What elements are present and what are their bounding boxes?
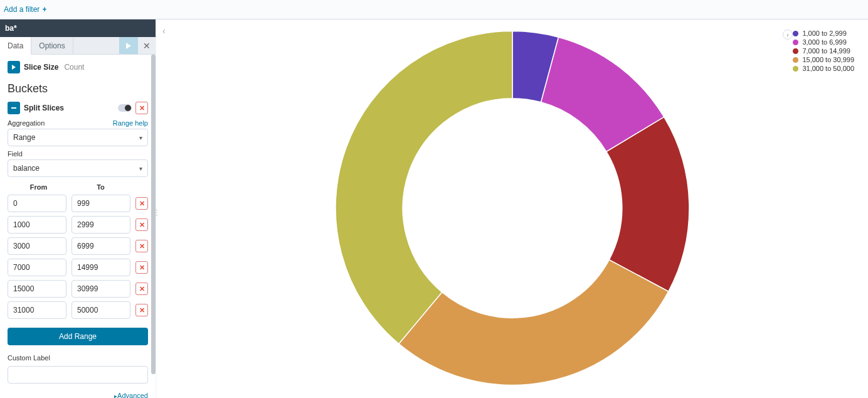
range-row: ✕: [8, 301, 148, 319]
split-collapse-button[interactable]: [8, 102, 20, 114]
ranges-header: From To: [8, 183, 148, 191]
range-row: ✕: [8, 237, 148, 255]
metric-row: Slice Size Count: [8, 61, 148, 73]
legend-item[interactable]: 15,000 to 30,999: [793, 56, 854, 63]
from-col-header: From: [8, 183, 70, 191]
close-icon: ✕: [143, 41, 151, 51]
range-from-input[interactable]: [8, 280, 66, 298]
chevron-left-icon: ‹: [162, 26, 166, 36]
range-remove-button[interactable]: ✕: [135, 282, 148, 295]
index-pattern-header[interactable]: ba*: [0, 19, 156, 37]
range-from-input[interactable]: [8, 301, 66, 319]
tab-options[interactable]: Options: [31, 37, 73, 54]
legend: 1,000 to 2,9993,000 to 6,9997,000 to 14,…: [793, 30, 854, 73]
metric-expand-button[interactable]: [8, 61, 20, 73]
legend-item[interactable]: 7,000 to 14,999: [793, 47, 854, 55]
range-to-input[interactable]: [71, 280, 130, 298]
buckets-heading: Buckets: [8, 82, 148, 95]
legend-label: 3,000 to 6,999: [802, 38, 846, 46]
close-icon: ✕: [139, 221, 145, 229]
range-remove-button[interactable]: ✕: [135, 240, 148, 252]
legend-item[interactable]: 3,000 to 6,999: [793, 38, 854, 46]
field-value: balance: [13, 164, 40, 173]
range-to-input[interactable]: [71, 301, 130, 319]
plus-icon: +: [42, 5, 46, 14]
config-sidebar: ba* Data Options ✕ Slice Size Count: [0, 19, 156, 398]
split-label: Split Slices: [24, 104, 114, 112]
split-slices-header: Split Slices ✕: [8, 102, 148, 114]
resize-handle[interactable]: ······: [156, 209, 157, 217]
chevron-right-icon: [11, 65, 16, 70]
minus-icon: [11, 107, 16, 109]
range-row: ✕: [8, 216, 148, 234]
scrollbar[interactable]: [151, 55, 156, 398]
split-remove-button[interactable]: ✕: [135, 102, 148, 114]
legend-label: 7,000 to 14,999: [802, 47, 850, 55]
range-remove-button[interactable]: ✕: [135, 261, 148, 274]
range-row: ✕: [8, 195, 148, 212]
field-select[interactable]: balance ▾: [8, 159, 148, 177]
index-pattern-label: ba*: [5, 24, 17, 33]
range-row: ✕: [8, 259, 148, 276]
chevron-right-icon: ›: [786, 31, 788, 38]
range-help-link[interactable]: Range help: [113, 119, 148, 127]
range-from-input[interactable]: [8, 216, 66, 234]
range-to-input[interactable]: [71, 195, 130, 212]
legend-dot: [793, 40, 798, 45]
close-icon: ✕: [139, 285, 145, 293]
range-to-input[interactable]: [71, 216, 130, 234]
metric-sub: Count: [64, 63, 84, 72]
advanced-row: Advanced: [8, 391, 148, 398]
collapse-sidebar-button[interactable]: ‹: [162, 26, 166, 36]
custom-label-row: Custom Label: [8, 354, 148, 362]
range-to-input[interactable]: [71, 237, 130, 255]
donut-slice[interactable]: [336, 31, 512, 343]
donut-slice[interactable]: [398, 259, 668, 385]
aggregation-select[interactable]: Range ▾: [8, 129, 148, 146]
tabs-row: Data Options ✕: [0, 37, 156, 55]
range-remove-button[interactable]: ✕: [135, 218, 148, 231]
split-toggle[interactable]: [118, 104, 132, 112]
range-from-input[interactable]: [8, 259, 66, 276]
close-icon: ✕: [139, 104, 145, 112]
legend-item[interactable]: 31,000 to 50,000: [793, 65, 854, 72]
filter-bar: Add a filter +: [0, 0, 868, 19]
metric-label: Slice Size: [24, 63, 58, 72]
close-icon: ✕: [139, 306, 145, 315]
legend-item[interactable]: 1,000 to 2,999: [793, 30, 854, 37]
range-row: ✕: [8, 280, 148, 298]
play-icon: [125, 43, 132, 49]
chevron-down-icon: ▾: [139, 134, 142, 141]
legend-label: 31,000 to 50,000: [802, 65, 854, 72]
range-remove-button[interactable]: ✕: [135, 197, 148, 210]
chevron-down-icon: ▾: [139, 165, 142, 172]
visualization-area: ‹ ······ › 1,000 to 2,9993,000 to 6,9997…: [156, 19, 868, 398]
field-label: Field: [8, 150, 23, 158]
close-icon: ✕: [139, 264, 145, 272]
aggregation-value: Range: [13, 133, 35, 142]
legend-dot: [793, 66, 798, 72]
discard-button[interactable]: ✕: [138, 37, 156, 54]
add-range-button[interactable]: Add Range: [8, 328, 148, 345]
range-from-input[interactable]: [8, 237, 66, 255]
legend-toggle-button[interactable]: ›: [783, 30, 793, 40]
tab-data[interactable]: Data: [0, 37, 31, 55]
custom-label-input[interactable]: [8, 366, 148, 384]
sidebar-scroll: Slice Size Count Buckets Split Slices ✕ …: [0, 55, 156, 398]
range-from-input[interactable]: [8, 195, 66, 212]
legend-label: 1,000 to 2,999: [802, 30, 846, 37]
donut-chart: [334, 29, 691, 389]
add-filter-link[interactable]: Add a filter +: [4, 5, 46, 14]
custom-label: Custom Label: [8, 354, 50, 362]
close-icon: ✕: [139, 200, 145, 208]
range-to-input[interactable]: [71, 259, 130, 276]
aggregation-label: Aggregation: [8, 119, 45, 127]
legend-label: 15,000 to 30,999: [802, 56, 854, 63]
legend-dot: [793, 57, 798, 63]
close-icon: ✕: [139, 242, 145, 250]
legend-dot: [793, 31, 798, 36]
advanced-toggle[interactable]: Advanced: [114, 392, 148, 398]
aggregation-label-row: Aggregation Range help: [8, 119, 148, 127]
apply-button[interactable]: [119, 37, 138, 54]
range-remove-button[interactable]: ✕: [135, 304, 148, 316]
